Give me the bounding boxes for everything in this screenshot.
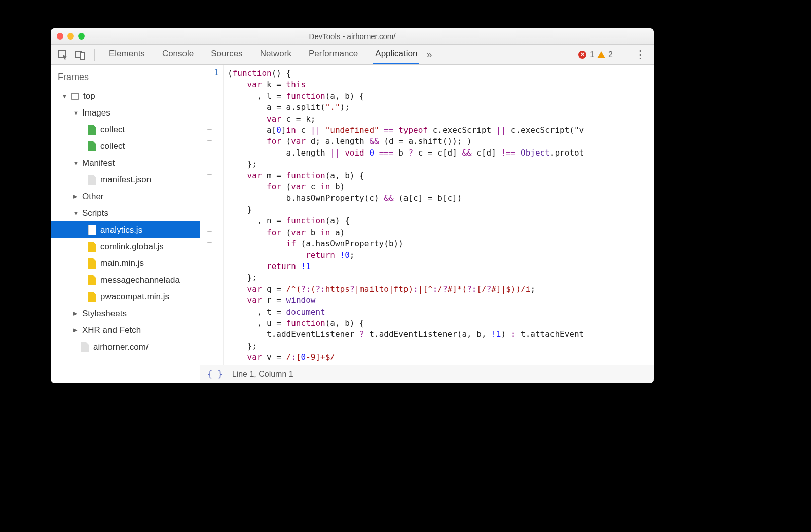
tree-label: main.min.js <box>100 258 144 269</box>
line-number: 1 <box>200 68 219 78</box>
chevron-down-icon: ▼ <box>73 210 80 216</box>
fold-marker[interactable] <box>200 248 219 259</box>
tree-item-script[interactable]: pwacompat.min.js <box>51 288 200 305</box>
window-title: DevTools - airhorner.com/ <box>51 32 654 41</box>
devtools-window: DevTools - airhorner.com/ Elements Conso… <box>51 28 654 383</box>
fold-marker[interactable]: – <box>200 316 219 327</box>
pretty-print-icon[interactable]: { } <box>207 369 223 379</box>
chevron-down-icon: ▼ <box>73 110 80 116</box>
tree-item-document[interactable]: airhorner.com/ <box>51 338 200 355</box>
tree-label: comlink.global.js <box>100 242 164 252</box>
source-editor: 1 – – – – – – – – – <box>200 65 654 383</box>
tree-item-script[interactable]: main.min.js <box>51 255 200 272</box>
device-toolbar-icon[interactable] <box>75 50 85 60</box>
fold-marker[interactable] <box>200 100 219 111</box>
window-controls <box>57 33 85 40</box>
fold-marker[interactable] <box>200 191 219 202</box>
code-content[interactable]: (function() { var k = this , l = functio… <box>224 65 654 365</box>
tree-node-other[interactable]: ▶ Other <box>51 188 200 205</box>
tree-label: pwacompat.min.js <box>100 292 169 302</box>
tree-item-image[interactable]: collect <box>51 138 200 155</box>
tree-node-xhr[interactable]: ▶ XHR and Fetch <box>51 322 200 338</box>
tab-sources[interactable]: Sources <box>209 45 244 64</box>
fold-marker[interactable] <box>200 111 219 123</box>
frames-tree: ▼ top ▼ Images collect collect ▼ <box>51 88 200 383</box>
fold-marker[interactable]: – <box>200 89 219 100</box>
script-file-icon <box>88 258 96 269</box>
frames-sidebar: Frames ▼ top ▼ Images collect colle <box>51 65 200 383</box>
tab-elements[interactable]: Elements <box>107 45 147 64</box>
tab-network[interactable]: Network <box>258 45 293 64</box>
inspect-element-icon[interactable] <box>58 50 68 60</box>
fold-marker[interactable]: – <box>200 123 219 134</box>
warning-icon <box>597 51 605 58</box>
chevron-down-icon: ▼ <box>62 93 69 99</box>
fold-marker[interactable]: – <box>200 293 219 304</box>
minimize-window-button[interactable] <box>67 33 74 40</box>
tree-label: Stylesheets <box>82 309 127 319</box>
fold-marker[interactable]: – <box>200 78 219 89</box>
panel-tabs: Elements Console Sources Network Perform… <box>107 45 419 64</box>
chevron-down-icon: ▼ <box>73 160 80 166</box>
fold-marker[interactable] <box>200 282 219 293</box>
error-count: 1 <box>589 50 594 59</box>
image-file-icon <box>88 125 96 135</box>
error-icon: ✕ <box>578 51 586 59</box>
tree-node-manifest[interactable]: ▼ Manifest <box>51 155 200 171</box>
titlebar: DevTools - airhorner.com/ <box>51 28 654 45</box>
panel-body: Frames ▼ top ▼ Images collect colle <box>51 65 654 383</box>
settings-menu-icon[interactable]: ⋮ <box>632 48 649 61</box>
tree-item-script[interactable]: messagechannelada <box>51 272 200 288</box>
tree-label: top <box>83 91 95 101</box>
tree-item-script[interactable]: analytics.js <box>51 221 200 238</box>
fold-marker[interactable]: – <box>200 225 219 236</box>
issue-counters[interactable]: ✕ 1 2 <box>578 50 613 59</box>
fold-marker[interactable] <box>200 202 219 213</box>
fold-marker[interactable] <box>200 271 219 282</box>
tree-item-manifest[interactable]: manifest.json <box>51 171 200 188</box>
fold-marker[interactable] <box>200 145 219 157</box>
tree-node-stylesheets[interactable]: ▶ Stylesheets <box>51 305 200 322</box>
fold-marker[interactable] <box>200 157 219 168</box>
tab-console[interactable]: Console <box>160 45 196 64</box>
tree-label: Manifest <box>82 158 115 168</box>
tree-item-script[interactable]: comlink.global.js <box>51 238 200 255</box>
code-viewport[interactable]: 1 – – – – – – – – – <box>200 65 654 365</box>
chevron-right-icon: ▶ <box>73 327 80 333</box>
more-tabs-icon[interactable]: » <box>426 49 432 60</box>
tree-label: manifest.json <box>100 175 151 185</box>
tree-node-images[interactable]: ▼ Images <box>51 104 200 121</box>
toolbar-divider <box>622 49 622 61</box>
tree-node-scripts[interactable]: ▼ Scripts <box>51 205 200 221</box>
fold-marker[interactable]: – <box>200 236 219 247</box>
fold-marker[interactable]: – <box>200 134 219 145</box>
tree-label: airhorner.com/ <box>93 342 149 352</box>
tree-label: analytics.js <box>100 225 142 235</box>
tree-label: collect <box>100 141 125 151</box>
toolbar-divider <box>94 49 95 61</box>
tree-item-image[interactable]: collect <box>51 121 200 138</box>
chevron-right-icon: ▶ <box>73 193 80 200</box>
fold-marker[interactable]: – <box>200 180 219 191</box>
fold-marker[interactable] <box>200 259 219 270</box>
script-file-icon <box>88 225 96 235</box>
fold-marker[interactable] <box>200 327 219 338</box>
tree-label: Scripts <box>82 208 108 218</box>
tree-label: collect <box>100 125 125 135</box>
fold-marker[interactable] <box>200 338 219 350</box>
fold-marker[interactable]: – <box>200 214 219 225</box>
fold-marker[interactable]: – <box>200 168 219 179</box>
zoom-window-button[interactable] <box>78 33 85 40</box>
tree-label: XHR and Fetch <box>82 325 141 335</box>
script-file-icon <box>88 292 96 302</box>
tree-node-top[interactable]: ▼ top <box>51 88 200 104</box>
cursor-position: Line 1, Column 1 <box>232 370 293 379</box>
fold-marker[interactable] <box>200 350 219 361</box>
tab-application[interactable]: Application <box>373 45 419 64</box>
tab-performance[interactable]: Performance <box>307 45 360 64</box>
sidebar-header: Frames <box>51 65 200 88</box>
close-window-button[interactable] <box>57 33 63 40</box>
editor-statusbar: { } Line 1, Column 1 <box>200 365 654 383</box>
chevron-right-icon: ▶ <box>73 310 80 317</box>
fold-marker[interactable] <box>200 305 219 316</box>
